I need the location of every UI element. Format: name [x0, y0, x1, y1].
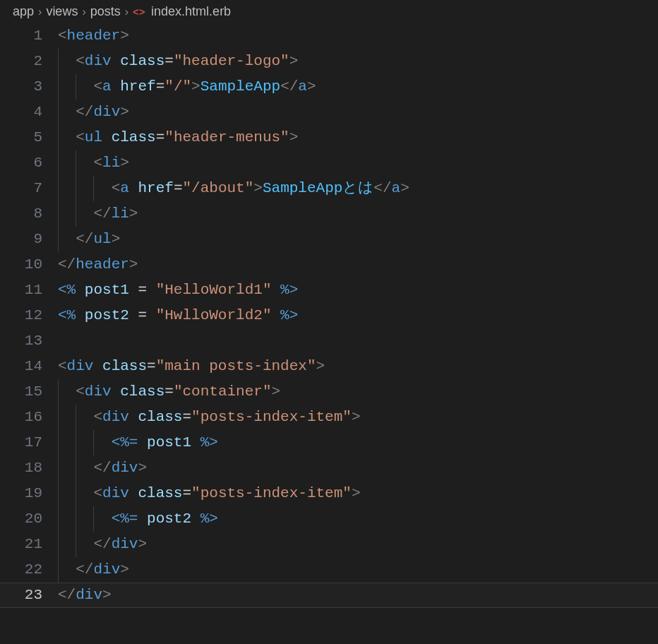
code-line[interactable]: <div class="main posts-index">	[58, 354, 658, 379]
tok: "header-menus"	[164, 129, 289, 145]
line-number: 12	[0, 303, 42, 328]
tok: SampleAppとは	[263, 180, 373, 196]
tok: "posts-index-item"	[191, 485, 352, 501]
line-number: 15	[0, 379, 42, 405]
tok: </	[76, 561, 93, 578]
line-number: 5	[0, 125, 42, 150]
line-number: 6	[0, 150, 42, 176]
code-line[interactable]: </header>	[58, 252, 658, 278]
tok: post1	[147, 434, 191, 451]
tok: div	[67, 358, 94, 374]
chevron-right-icon: ›	[125, 6, 128, 18]
tok: div	[102, 485, 129, 501]
tok: class	[120, 383, 164, 400]
tok: =	[129, 307, 156, 323]
tok: SampleApp	[201, 78, 280, 95]
tok: </	[373, 180, 391, 196]
tok: >	[138, 536, 147, 552]
tok: %>	[201, 434, 218, 451]
code-line[interactable]: </div>	[58, 532, 658, 557]
tok: =	[182, 409, 191, 425]
tok: >	[112, 231, 121, 247]
line-number: 2	[0, 49, 42, 74]
tok: class	[120, 53, 164, 69]
tok: "posts-index-item"	[191, 409, 352, 425]
tok: </	[58, 587, 76, 603]
breadcrumb-segment[interactable]: views	[46, 4, 78, 19]
code-line[interactable]: <div class="header-logo">	[58, 49, 658, 74]
tok: header	[76, 256, 129, 273]
tok: >	[253, 180, 263, 196]
line-number: 11	[0, 278, 42, 303]
tok: <%	[58, 282, 76, 298]
breadcrumb-file[interactable]: index.html.erb	[151, 4, 231, 19]
code-line[interactable]: <header>	[58, 23, 658, 49]
tok: class	[138, 409, 182, 425]
tok: li	[112, 205, 129, 222]
tok: >	[129, 205, 138, 222]
tok: header	[67, 28, 121, 44]
code-line[interactable]: </li>	[58, 201, 658, 227]
tok	[76, 282, 85, 298]
line-number: 21	[0, 532, 42, 557]
line-number-gutter: 1 2 3 4 5 6 7 8 9 10 11 12 13 14 15 16 1…	[0, 23, 58, 608]
code-line[interactable]: <li>	[58, 150, 658, 176]
code-line[interactable]: <a href="/about">SampleAppとは</a>	[58, 176, 658, 201]
line-number: 23	[0, 583, 42, 608]
tok	[271, 307, 280, 323]
tok: >	[272, 383, 281, 400]
code-line[interactable]	[58, 328, 658, 354]
breadcrumb-segment[interactable]: app	[13, 4, 34, 19]
code-line[interactable]: <% post1 = "HelloWorld1" %>	[58, 278, 658, 303]
tok: >	[289, 129, 299, 145]
tok: div	[76, 587, 102, 603]
code-line[interactable]: <a href="/">SampleApp</a>	[58, 74, 658, 100]
tok: =	[182, 485, 191, 501]
breadcrumb-segment[interactable]: posts	[90, 4, 121, 19]
tok: post2	[85, 307, 129, 323]
tok: >	[102, 587, 112, 603]
code-line[interactable]: </div>	[58, 455, 658, 481]
tok: "/"	[164, 78, 191, 95]
tok: >	[307, 78, 316, 95]
code-line[interactable]: <div class="posts-index-item">	[58, 481, 658, 506]
code-line[interactable]: <ul class="header-menus">	[58, 125, 658, 150]
tok: div	[93, 104, 120, 120]
code-line[interactable]: </div>	[58, 557, 658, 583]
tok: =	[174, 180, 183, 196]
tok: a	[120, 180, 129, 196]
tok: div	[112, 460, 138, 476]
code-line[interactable]: <% post2 = "HwlloWorld2" %>	[58, 303, 658, 328]
tok: <	[58, 358, 67, 374]
tok: </	[58, 256, 76, 273]
tok: =	[156, 129, 165, 145]
tok: a	[298, 78, 307, 95]
code-line[interactable]: <%= post1 %>	[58, 430, 658, 455]
code-line[interactable]: <div class="container">	[58, 379, 658, 405]
tok: div	[112, 536, 138, 552]
line-number: 20	[0, 506, 42, 532]
tok: >	[120, 104, 129, 120]
tok: =	[147, 358, 156, 374]
code-editor[interactable]: 1 2 3 4 5 6 7 8 9 10 11 12 13 14 15 16 1…	[0, 23, 658, 608]
line-number: 7	[0, 176, 42, 201]
tok: div	[85, 383, 112, 400]
code-line[interactable]: </div>	[58, 100, 658, 125]
tok: >	[352, 409, 361, 425]
code-line[interactable]: </div>	[58, 583, 658, 608]
line-number: 13	[0, 328, 42, 354]
tok: href	[138, 180, 173, 196]
tok: class	[112, 129, 156, 145]
tok: href	[120, 78, 155, 95]
tok: >	[400, 180, 409, 196]
tok: class	[138, 485, 182, 501]
code-line[interactable]: <%= post2 %>	[58, 506, 658, 532]
tok: </	[280, 78, 298, 95]
tok: <%=	[112, 511, 138, 527]
chevron-right-icon: ›	[82, 6, 85, 18]
code-line[interactable]: </ul>	[58, 227, 658, 252]
tok	[138, 434, 147, 451]
tok: </	[76, 104, 93, 120]
code-line[interactable]: <div class="posts-index-item">	[58, 405, 658, 430]
code-area[interactable]: <header> <div class="header-logo"> <a hr…	[58, 23, 658, 608]
